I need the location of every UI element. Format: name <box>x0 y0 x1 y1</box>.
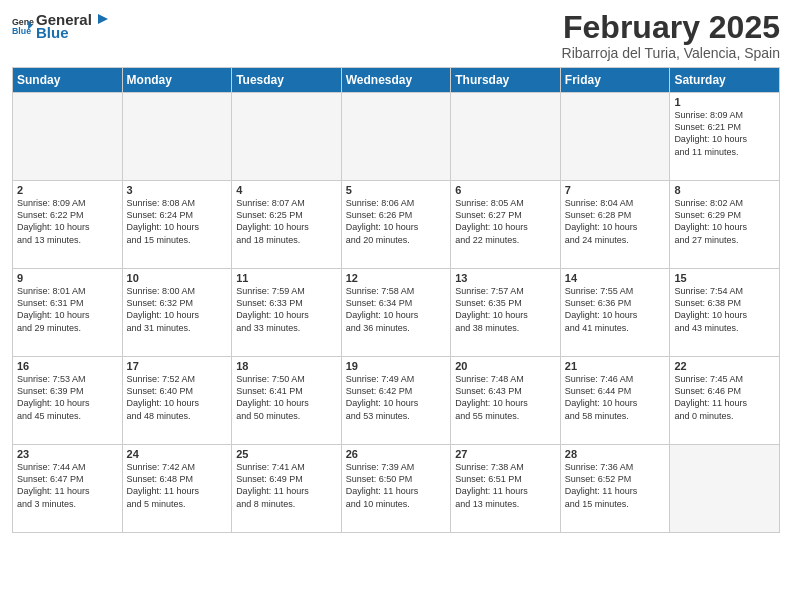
calendar-cell <box>560 93 670 181</box>
day-number: 5 <box>346 184 447 196</box>
day-number: 6 <box>455 184 556 196</box>
day-number: 26 <box>346 448 447 460</box>
calendar-cell: 2Sunrise: 8:09 AM Sunset: 6:22 PM Daylig… <box>13 181 123 269</box>
day-number: 2 <box>17 184 118 196</box>
day-detail: Sunrise: 7:48 AM Sunset: 6:43 PM Dayligh… <box>455 373 556 422</box>
calendar-cell: 17Sunrise: 7:52 AM Sunset: 6:40 PM Dayli… <box>122 357 232 445</box>
logo: General Blue General Blue <box>12 10 112 41</box>
day-number: 23 <box>17 448 118 460</box>
calendar-cell: 21Sunrise: 7:46 AM Sunset: 6:44 PM Dayli… <box>560 357 670 445</box>
day-number: 8 <box>674 184 775 196</box>
calendar-cell <box>341 93 451 181</box>
calendar-cell: 26Sunrise: 7:39 AM Sunset: 6:50 PM Dayli… <box>341 445 451 533</box>
day-detail: Sunrise: 7:55 AM Sunset: 6:36 PM Dayligh… <box>565 285 666 334</box>
day-detail: Sunrise: 7:41 AM Sunset: 6:49 PM Dayligh… <box>236 461 337 510</box>
day-detail: Sunrise: 7:39 AM Sunset: 6:50 PM Dayligh… <box>346 461 447 510</box>
day-detail: Sunrise: 7:50 AM Sunset: 6:41 PM Dayligh… <box>236 373 337 422</box>
day-detail: Sunrise: 7:42 AM Sunset: 6:48 PM Dayligh… <box>127 461 228 510</box>
day-detail: Sunrise: 7:52 AM Sunset: 6:40 PM Dayligh… <box>127 373 228 422</box>
calendar-cell: 15Sunrise: 7:54 AM Sunset: 6:38 PM Dayli… <box>670 269 780 357</box>
day-number: 22 <box>674 360 775 372</box>
calendar-cell <box>451 93 561 181</box>
calendar-cell: 24Sunrise: 7:42 AM Sunset: 6:48 PM Dayli… <box>122 445 232 533</box>
calendar-cell: 8Sunrise: 8:02 AM Sunset: 6:29 PM Daylig… <box>670 181 780 269</box>
svg-marker-3 <box>98 14 108 24</box>
calendar-cell: 3Sunrise: 8:08 AM Sunset: 6:24 PM Daylig… <box>122 181 232 269</box>
calendar-cell <box>122 93 232 181</box>
calendar-cell: 19Sunrise: 7:49 AM Sunset: 6:42 PM Dayli… <box>341 357 451 445</box>
calendar-cell <box>13 93 123 181</box>
calendar-title: February 2025 <box>562 10 780 45</box>
calendar-cell: 16Sunrise: 7:53 AM Sunset: 6:39 PM Dayli… <box>13 357 123 445</box>
col-wednesday: Wednesday <box>341 68 451 93</box>
day-number: 19 <box>346 360 447 372</box>
calendar-cell: 6Sunrise: 8:05 AM Sunset: 6:27 PM Daylig… <box>451 181 561 269</box>
calendar-cell: 14Sunrise: 7:55 AM Sunset: 6:36 PM Dayli… <box>560 269 670 357</box>
day-number: 27 <box>455 448 556 460</box>
day-number: 9 <box>17 272 118 284</box>
calendar-cell: 27Sunrise: 7:38 AM Sunset: 6:51 PM Dayli… <box>451 445 561 533</box>
day-number: 15 <box>674 272 775 284</box>
day-detail: Sunrise: 8:01 AM Sunset: 6:31 PM Dayligh… <box>17 285 118 334</box>
day-detail: Sunrise: 7:57 AM Sunset: 6:35 PM Dayligh… <box>455 285 556 334</box>
calendar-cell: 11Sunrise: 7:59 AM Sunset: 6:33 PM Dayli… <box>232 269 342 357</box>
day-number: 21 <box>565 360 666 372</box>
calendar-header-row: Sunday Monday Tuesday Wednesday Thursday… <box>13 68 780 93</box>
calendar-week-1: 2Sunrise: 8:09 AM Sunset: 6:22 PM Daylig… <box>13 181 780 269</box>
day-number: 24 <box>127 448 228 460</box>
day-detail: Sunrise: 8:00 AM Sunset: 6:32 PM Dayligh… <box>127 285 228 334</box>
logo-icon: General Blue <box>12 15 34 37</box>
day-detail: Sunrise: 8:09 AM Sunset: 6:21 PM Dayligh… <box>674 109 775 158</box>
day-detail: Sunrise: 7:38 AM Sunset: 6:51 PM Dayligh… <box>455 461 556 510</box>
day-detail: Sunrise: 7:46 AM Sunset: 6:44 PM Dayligh… <box>565 373 666 422</box>
calendar-week-0: 1Sunrise: 8:09 AM Sunset: 6:21 PM Daylig… <box>13 93 780 181</box>
day-number: 14 <box>565 272 666 284</box>
col-friday: Friday <box>560 68 670 93</box>
calendar-cell: 13Sunrise: 7:57 AM Sunset: 6:35 PM Dayli… <box>451 269 561 357</box>
calendar-page: General Blue General Blue February 2025 … <box>0 0 792 612</box>
day-detail: Sunrise: 7:36 AM Sunset: 6:52 PM Dayligh… <box>565 461 666 510</box>
calendar-cell: 9Sunrise: 8:01 AM Sunset: 6:31 PM Daylig… <box>13 269 123 357</box>
day-number: 1 <box>674 96 775 108</box>
day-number: 4 <box>236 184 337 196</box>
day-detail: Sunrise: 8:06 AM Sunset: 6:26 PM Dayligh… <box>346 197 447 246</box>
day-number: 13 <box>455 272 556 284</box>
calendar-table: Sunday Monday Tuesday Wednesday Thursday… <box>12 67 780 533</box>
day-number: 12 <box>346 272 447 284</box>
calendar-cell <box>232 93 342 181</box>
col-tuesday: Tuesday <box>232 68 342 93</box>
calendar-subtitle: Ribarroja del Turia, Valencia, Spain <box>562 45 780 61</box>
calendar-cell: 4Sunrise: 8:07 AM Sunset: 6:25 PM Daylig… <box>232 181 342 269</box>
calendar-week-4: 23Sunrise: 7:44 AM Sunset: 6:47 PM Dayli… <box>13 445 780 533</box>
day-number: 20 <box>455 360 556 372</box>
calendar-week-3: 16Sunrise: 7:53 AM Sunset: 6:39 PM Dayli… <box>13 357 780 445</box>
day-number: 7 <box>565 184 666 196</box>
day-detail: Sunrise: 8:02 AM Sunset: 6:29 PM Dayligh… <box>674 197 775 246</box>
calendar-cell: 12Sunrise: 7:58 AM Sunset: 6:34 PM Dayli… <box>341 269 451 357</box>
day-number: 18 <box>236 360 337 372</box>
day-detail: Sunrise: 8:09 AM Sunset: 6:22 PM Dayligh… <box>17 197 118 246</box>
col-saturday: Saturday <box>670 68 780 93</box>
calendar-cell: 25Sunrise: 7:41 AM Sunset: 6:49 PM Dayli… <box>232 445 342 533</box>
calendar-cell: 7Sunrise: 8:04 AM Sunset: 6:28 PM Daylig… <box>560 181 670 269</box>
day-number: 17 <box>127 360 228 372</box>
calendar-cell: 1Sunrise: 8:09 AM Sunset: 6:21 PM Daylig… <box>670 93 780 181</box>
col-thursday: Thursday <box>451 68 561 93</box>
day-number: 3 <box>127 184 228 196</box>
day-detail: Sunrise: 7:59 AM Sunset: 6:33 PM Dayligh… <box>236 285 337 334</box>
header: General Blue General Blue February 2025 … <box>12 10 780 61</box>
day-detail: Sunrise: 8:07 AM Sunset: 6:25 PM Dayligh… <box>236 197 337 246</box>
calendar-cell <box>670 445 780 533</box>
calendar-cell: 22Sunrise: 7:45 AM Sunset: 6:46 PM Dayli… <box>670 357 780 445</box>
col-sunday: Sunday <box>13 68 123 93</box>
day-detail: Sunrise: 8:04 AM Sunset: 6:28 PM Dayligh… <box>565 197 666 246</box>
day-number: 11 <box>236 272 337 284</box>
day-detail: Sunrise: 7:49 AM Sunset: 6:42 PM Dayligh… <box>346 373 447 422</box>
day-detail: Sunrise: 8:05 AM Sunset: 6:27 PM Dayligh… <box>455 197 556 246</box>
col-monday: Monday <box>122 68 232 93</box>
logo-arrow-icon <box>94 10 112 28</box>
calendar-cell: 18Sunrise: 7:50 AM Sunset: 6:41 PM Dayli… <box>232 357 342 445</box>
calendar-cell: 10Sunrise: 8:00 AM Sunset: 6:32 PM Dayli… <box>122 269 232 357</box>
day-number: 16 <box>17 360 118 372</box>
day-detail: Sunrise: 7:45 AM Sunset: 6:46 PM Dayligh… <box>674 373 775 422</box>
